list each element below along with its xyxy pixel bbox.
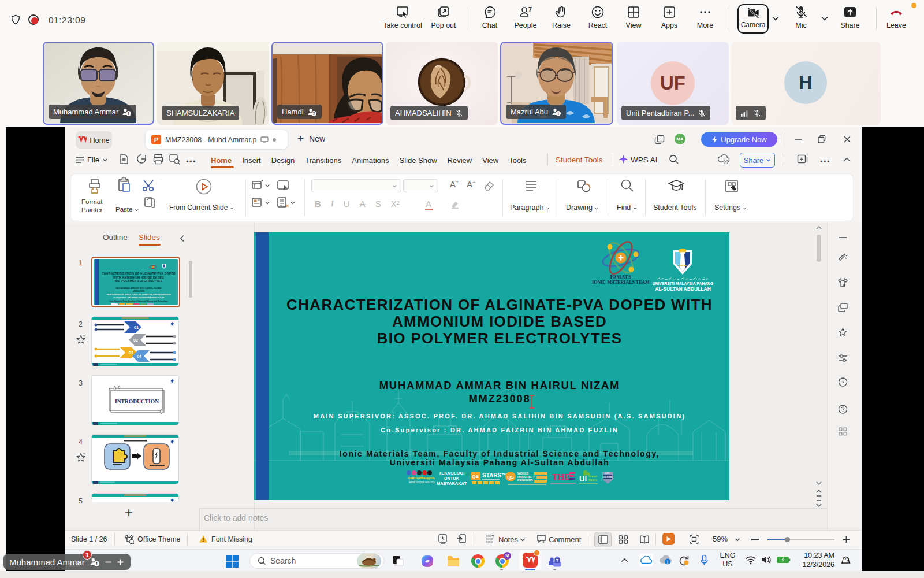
svg-text:T: T bbox=[556, 558, 559, 562]
svg-text:UNTUK: UNTUK bbox=[444, 476, 460, 481]
svg-text:UMPSA: UMPSA bbox=[679, 264, 687, 267]
svg-text:Metric: Metric bbox=[588, 478, 597, 481]
svg-text:BEST: BEST bbox=[605, 472, 611, 475]
svg-text:QS: QS bbox=[507, 475, 514, 480]
svg-text:RANKINGS: RANKINGS bbox=[517, 479, 533, 482]
svg-text:UI: UI bbox=[579, 475, 587, 483]
svg-text:MASYARAKAT: MASYARAKAT bbox=[437, 481, 467, 486]
svg-text:01: 01 bbox=[134, 325, 139, 329]
svg-text:7: 7 bbox=[528, 6, 532, 13]
svg-text:QS: QS bbox=[472, 474, 479, 479]
svg-text:UMPSAMalaysia: UMPSAMalaysia bbox=[408, 476, 435, 480]
svg-text:02: 02 bbox=[133, 338, 138, 342]
svg-text:USNWS: USNWS bbox=[603, 476, 613, 479]
svg-text:www.umpsa.edu.my: www.umpsa.edu.my bbox=[409, 480, 435, 484]
svg-text:!: ! bbox=[557, 110, 559, 116]
svg-text:TEKNOLOGI: TEKNOLOGI bbox=[439, 470, 465, 476]
svg-text:?: ? bbox=[312, 110, 315, 116]
svg-text:THE: THE bbox=[552, 472, 571, 481]
svg-text:STARS™: STARS™ bbox=[482, 472, 507, 479]
svg-text:03: 03 bbox=[129, 351, 133, 355]
svg-text:!: ! bbox=[128, 110, 130, 116]
svg-text:!: ! bbox=[96, 561, 98, 566]
svg-text:z: z bbox=[847, 557, 849, 561]
svg-text:04: 04 bbox=[137, 354, 141, 358]
svg-text:INTRODUCTION: INTRODUCTION bbox=[115, 399, 159, 405]
svg-text:z: z bbox=[845, 557, 847, 561]
